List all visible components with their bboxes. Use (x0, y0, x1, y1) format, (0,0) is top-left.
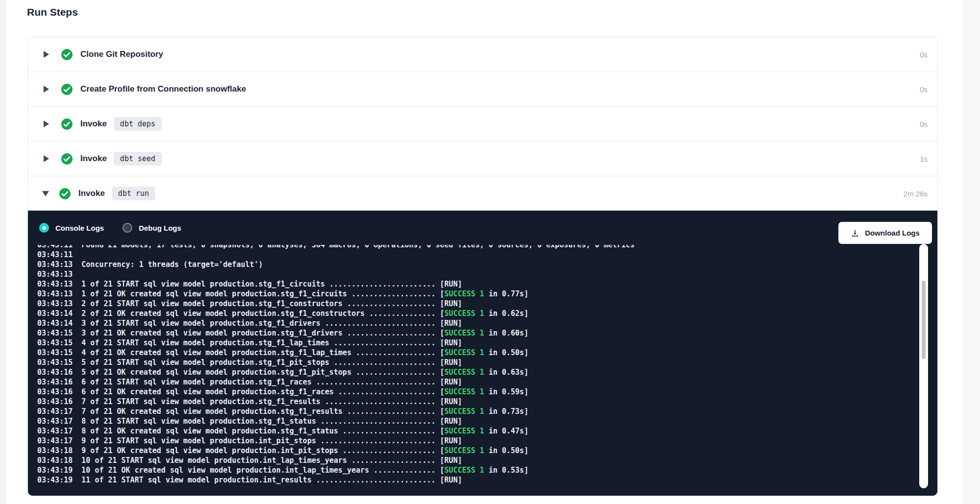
step-row[interactable]: Invokedbt run2m 26s (28, 176, 937, 211)
log-success-text: SUCCESS 1 (444, 309, 484, 318)
step-duration: 2m 26s (904, 190, 928, 198)
log-line: 03:43:11 Found 21 models, 17 tests, 0 sn… (37, 245, 920, 250)
step-duration: 1s (920, 155, 928, 163)
debug-logs-label: Debug Logs (139, 224, 181, 232)
log-success-text: SUCCESS 1 (444, 427, 484, 435)
download-logs-label: Download Logs (865, 229, 920, 237)
steps-list: Clone Git Repository0sCreate Profile fro… (28, 37, 937, 211)
log-line: 03:43:13 1 of 21 OK created sql view mod… (37, 289, 920, 299)
chevron-right-icon[interactable] (44, 155, 49, 162)
log-line: 03:43:14 2 of 21 OK created sql view mod… (37, 309, 920, 318)
step-label: Invoke (78, 189, 105, 198)
log-line: 03:43:15 4 of 21 START sql view model pr… (37, 338, 920, 348)
log-success-text: SUCCESS 1 (444, 329, 484, 337)
step-command-badge: dbt seed (114, 152, 162, 166)
log-success-text: SUCCESS 1 (444, 446, 484, 455)
log-line: 03:43:17 8 of 21 OK created sql view mod… (37, 426, 920, 436)
log-line: 03:43:13 (37, 269, 920, 279)
log-line: 03:43:15 4 of 21 OK created sql view mod… (37, 348, 920, 358)
tab-console-logs[interactable]: Console Logs (39, 223, 104, 233)
log-line: 03:43:18 9 of 21 OK created sql view mod… (37, 446, 920, 456)
log-line: 03:43:13 1 of 21 START sql view model pr… (37, 279, 920, 289)
log-line: 03:43:17 9 of 21 START sql view model pr… (37, 436, 920, 446)
log-line: 03:43:16 5 of 21 OK created sql view mod… (37, 367, 920, 377)
step-label: Create Profile from Connection snowflake (80, 84, 246, 94)
log-line: 03:43:16 6 of 21 START sql view model pr… (37, 377, 920, 387)
download-icon (851, 229, 859, 238)
console-scrollbar-thumb[interactable] (922, 281, 926, 359)
log-line: 03:43:15 5 of 21 START sql view model pr… (37, 358, 920, 367)
step-row[interactable]: Invokedbt seed1s (28, 142, 937, 176)
console-log-output: 03:43:11 Found 21 models, 17 tests, 0 sn… (28, 245, 920, 496)
success-check-icon (61, 153, 73, 165)
log-success-text: SUCCESS 1 (444, 407, 484, 416)
log-line: 03:43:15 3 of 21 OK created sql view mod… (37, 328, 920, 338)
chevron-down-icon[interactable] (42, 191, 49, 196)
log-success-text: SUCCESS 1 (444, 466, 484, 475)
step-duration: 0s (920, 120, 928, 128)
radio-selected-icon[interactable] (39, 223, 49, 233)
chevron-right-icon[interactable] (44, 86, 49, 93)
step-row[interactable]: Invokedbt deps0s (28, 107, 937, 142)
log-success-text: SUCCESS 1 (444, 387, 484, 396)
step-label: Invoke (80, 119, 107, 129)
download-logs-button[interactable]: Download Logs (838, 222, 932, 244)
log-line: 03:43:19 11 of 21 START sql view model p… (37, 475, 920, 485)
console-scrollbar-track[interactable] (919, 244, 928, 488)
step-row[interactable]: Clone Git Repository0s (28, 37, 937, 72)
console-panel: Console Logs Debug Logs Download Logs 03… (28, 211, 937, 496)
log-line: 03:43:13 2 of 21 START sql view model pr… (37, 299, 920, 309)
success-check-icon (61, 48, 73, 61)
success-check-icon (61, 118, 73, 130)
log-success-text: SUCCESS 1 (444, 289, 484, 298)
log-line: 03:43:16 6 of 21 OK created sql view mod… (37, 387, 920, 397)
console-header: Console Logs Debug Logs Download Logs (28, 211, 937, 245)
log-success-text: SUCCESS 1 (444, 348, 484, 357)
log-line: 03:43:18 10 of 21 START sql view model p… (37, 456, 920, 465)
step-row[interactable]: Create Profile from Connection snowflake… (28, 72, 937, 107)
log-line: 03:43:16 7 of 21 START sql view model pr… (37, 397, 920, 407)
step-duration: 0s (920, 85, 928, 94)
step-command-badge: dbt run (112, 187, 155, 200)
log-line: 03:43:17 8 of 21 START sql view model pr… (37, 416, 920, 426)
step-label: Clone Git Repository (80, 49, 163, 59)
log-line: 03:43:11 (37, 250, 920, 260)
log-line: 03:43:19 10 of 21 OK created sql view mo… (37, 465, 920, 475)
log-line: 03:43:13 Concurrency: 1 threads (target=… (37, 260, 920, 269)
log-line: 03:43:17 7 of 21 OK created sql view mod… (37, 407, 920, 416)
success-check-icon (61, 83, 73, 96)
console-logs-label: Console Logs (55, 224, 104, 232)
chevron-right-icon[interactable] (44, 120, 49, 127)
radio-unselected-icon[interactable] (122, 223, 132, 233)
run-steps-card: Clone Git Repository0sCreate Profile fro… (27, 37, 938, 496)
step-duration: 0s (920, 50, 928, 59)
page-right-gutter (963, 0, 980, 504)
step-command-badge: dbt deps (114, 117, 162, 131)
chevron-right-icon[interactable] (44, 51, 49, 58)
tab-debug-logs[interactable]: Debug Logs (122, 223, 181, 233)
page-left-gutter (0, 0, 6, 504)
log-line: 03:43:14 3 of 21 START sql view model pr… (37, 318, 920, 328)
step-label: Invoke (80, 154, 107, 164)
page-title: Run Steps (27, 6, 78, 18)
success-check-icon (59, 188, 71, 200)
log-success-text: SUCCESS 1 (444, 368, 484, 377)
